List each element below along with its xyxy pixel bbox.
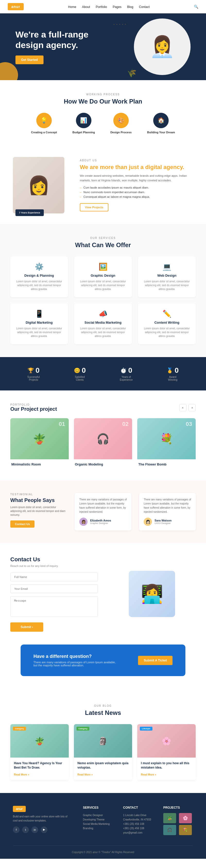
about-title-highlight: digital agency. bbox=[145, 164, 184, 170]
nav-pages[interactable]: Pages bbox=[113, 5, 122, 9]
stat-label-0: SuccessfulProjects bbox=[27, 376, 40, 381]
cta-title: Have a different question? bbox=[33, 654, 116, 659]
navbar: anur Home About Portfolio Pages Blog Con… bbox=[0, 0, 206, 13]
blog-read-more-1[interactable]: Read More » bbox=[78, 773, 93, 776]
footer-project-img-0: 🪴 bbox=[163, 813, 176, 823]
contact-name-input[interactable] bbox=[10, 572, 98, 581]
portfolio-next-button[interactable]: › bbox=[188, 404, 196, 411]
about-image: 👩 bbox=[13, 157, 65, 214]
work-step-3: 🏠 Building Your Dream bbox=[147, 113, 175, 134]
youtube-icon[interactable]: ▶ bbox=[41, 826, 47, 833]
portfolio-card-0: 🪴 01 Minimalistic Room bbox=[10, 418, 69, 467]
hero-yellow-circle bbox=[0, 62, 18, 80]
stat-1: 😊0 SatisfiedClients bbox=[74, 366, 86, 381]
experience-badge: 7 Years Experience bbox=[16, 209, 44, 216]
footer-contact-col: CONTACT 1 Lincoln Lake Drive Crawfordsvi… bbox=[123, 806, 153, 835]
hero-title: We're a full-range design agency. bbox=[16, 29, 103, 50]
hero-person-icon: 👩‍💼 bbox=[149, 35, 175, 59]
footer: anur Build and earn with your online sto… bbox=[0, 793, 206, 859]
contact-illustration-icon: 👩‍💻 bbox=[141, 583, 163, 604]
contact-subtitle: Reach out to us for any kind of inquiry. bbox=[10, 564, 98, 567]
service-icon-2: 💻 bbox=[143, 262, 190, 271]
portfolio-number-0: 01 bbox=[59, 421, 65, 428]
portfolio-prev-button[interactable]: ‹ bbox=[179, 404, 186, 411]
blog-tag: OUR BLOG bbox=[10, 704, 196, 707]
work-step-2-icon: 🎨 bbox=[113, 113, 129, 128]
portfolio-card-2: 💐 03 The Flower Bomb bbox=[137, 418, 196, 467]
contact-section: Contact Us Reach out to us for any kind … bbox=[0, 543, 206, 645]
testimonial-text-1: There are many variations of passages of… bbox=[144, 498, 191, 514]
contact-message-input[interactable] bbox=[10, 596, 98, 617]
portfolio-name-0: Minimalistic Room bbox=[11, 462, 68, 466]
blog-post-title-0: Have You Heard? Agency Is Your Best Bet … bbox=[14, 761, 65, 770]
hero-cta-button[interactable]: Get Started bbox=[16, 56, 44, 64]
blog-title: Latest News bbox=[10, 709, 196, 716]
portfolio-arrows: ‹ › bbox=[179, 404, 196, 411]
stat-0: 🏆0 SuccessfulProjects bbox=[27, 366, 40, 381]
footer-projects-col: PROJECTS 🪴 🌸 🎧 💐 bbox=[163, 806, 193, 835]
work-step-0: 💡 Creating a Concept bbox=[31, 113, 57, 134]
footer-service-2: Social Media Marketing bbox=[83, 822, 113, 826]
blog-badge-1: Category bbox=[76, 727, 89, 731]
portfolio-header-left: Portfolio Our Project project bbox=[10, 403, 57, 412]
portfolio-info-2: The Flower Bomb bbox=[137, 459, 196, 467]
contact-illustration-box: 👩‍💻 bbox=[129, 571, 175, 617]
about-list-item-2: Consequat aliquet ac labore et magna mag… bbox=[80, 194, 193, 199]
testimonials-contact-button[interactable]: Contact Us bbox=[10, 521, 34, 528]
blog-post-title-1: Nemo enim ipsam voluptatem quia voluptas… bbox=[78, 761, 129, 770]
testimonial-text-0: There are many variations of passages of… bbox=[79, 498, 127, 514]
blog-read-more-0[interactable]: Read More » bbox=[14, 773, 29, 776]
about-list-item-1: Nunc commodo lorem imperdiet accumsan di… bbox=[80, 190, 193, 194]
about-person-icon: 👩 bbox=[28, 175, 50, 196]
hero-wheat-decoration: 🌾 bbox=[127, 69, 136, 78]
stat-2: ⏱️0 Years ofExperience bbox=[120, 366, 133, 381]
portfolio-title: Our Project project bbox=[10, 406, 57, 412]
about-title-start: We are more than just a bbox=[80, 164, 145, 170]
portfolio-header: Portfolio Our Project project ‹ › bbox=[10, 403, 196, 412]
stat-label-3: AwardWinning bbox=[166, 376, 179, 381]
twitter-icon[interactable]: t bbox=[22, 826, 29, 833]
hero-image: 👩‍💼 bbox=[134, 19, 190, 75]
nav-portfolio[interactable]: Portfolio bbox=[96, 5, 107, 9]
footer-logo: anur bbox=[13, 806, 26, 812]
contact-form-wrapper: Contact Us Reach out to us for any kind … bbox=[10, 556, 98, 632]
contact-submit-button[interactable]: Submit › bbox=[10, 622, 43, 632]
testimonial-card-1: There are many variations of passages of… bbox=[139, 493, 196, 530]
blog-grid: 🪴 Category Have You Heard? Agency Is You… bbox=[10, 724, 196, 780]
stat-number-2: ⏱️0 bbox=[120, 366, 133, 375]
contact-email-input[interactable] bbox=[10, 584, 98, 593]
nav-home[interactable]: Home bbox=[68, 5, 76, 9]
blog-card-1: 🗿 Category Nemo enim ipsam voluptatem qu… bbox=[74, 724, 132, 780]
service-desc-2: Lorem ipsum dolor sit amet, consectetur … bbox=[143, 279, 190, 291]
blog-body-2: I must explain to you how all this mista… bbox=[137, 757, 196, 780]
view-projects-button[interactable]: View Projects bbox=[80, 203, 108, 211]
blog-img-1: 🗿 Category bbox=[74, 724, 132, 757]
service-title-5: Content Writing bbox=[143, 320, 190, 324]
footer-contact-2: +381 (25) 456 108 bbox=[123, 822, 153, 826]
facebook-icon[interactable]: f bbox=[13, 826, 20, 833]
blog-read-more-2[interactable]: Read More » bbox=[141, 773, 156, 776]
footer-copyright: Copyright © 2021 anur © "Tirador" All Ri… bbox=[13, 851, 193, 854]
search-icon[interactable]: 🔍 bbox=[194, 5, 198, 9]
cta-ticket-button[interactable]: Submit A Ticket bbox=[138, 656, 173, 665]
service-card-5: ✏️ Content Writing Lorem ipsum dolor sit… bbox=[138, 303, 196, 344]
instagram-icon[interactable]: in bbox=[31, 826, 38, 833]
blog-img-0: 🪴 Category bbox=[10, 724, 69, 757]
testimonial-author-info-0: Elizabeth Amos Graphic Designer bbox=[90, 519, 111, 525]
testimonial-avatar-0: 👩🏽 bbox=[79, 518, 87, 526]
portfolio-name-1: Organic Modeling bbox=[75, 462, 131, 466]
nav-about[interactable]: About bbox=[82, 5, 90, 9]
testimonials-section: TESTIMONIAL What People Says Lorem ipsum… bbox=[0, 480, 206, 543]
services-title: What Can We Offer bbox=[10, 242, 196, 249]
service-card-2: 💻 Web Design Lorem ipsum dolor sit amet,… bbox=[138, 256, 196, 297]
portfolio-info-1: Organic Modeling bbox=[74, 459, 132, 467]
nav-contact[interactable]: Contact bbox=[139, 5, 150, 9]
hero-text: We're a full-range design agency. Get St… bbox=[16, 29, 103, 64]
blog-badge-2: Lifestyle bbox=[140, 727, 152, 731]
about-description: We create award-winning websites, remark… bbox=[80, 174, 193, 183]
footer-contact-title: CONTACT bbox=[123, 806, 153, 809]
footer-contact-1: Crawfordsville, IN 47933 bbox=[123, 817, 153, 822]
services-section: OUR SERVICES What Can We Offer ⚙️ Design… bbox=[0, 224, 206, 357]
service-title-3: Digital Marketing bbox=[16, 320, 63, 324]
nav-blog[interactable]: Blog bbox=[127, 5, 133, 9]
